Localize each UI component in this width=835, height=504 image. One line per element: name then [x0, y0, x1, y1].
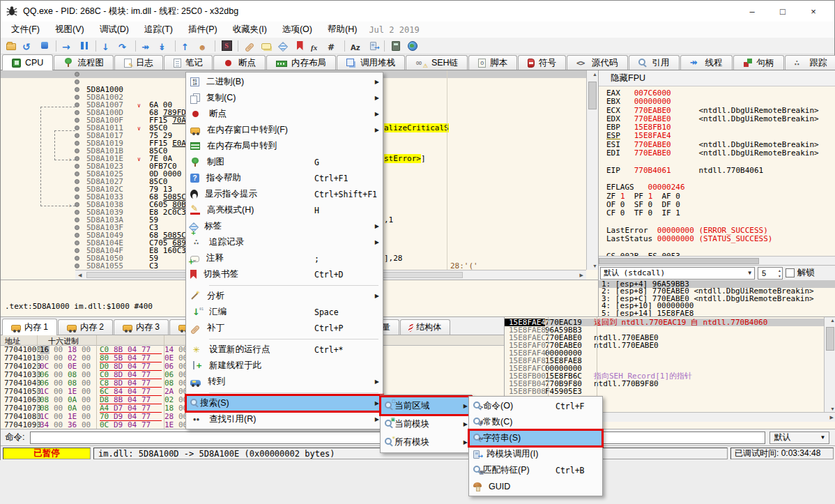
toolbar-button[interactable] — [241, 38, 258, 54]
breakpoint-dot-icon[interactable] — [75, 148, 79, 153]
disasm-vertical-scrollbar[interactable]: ▲ ▼ — [586, 70, 598, 270]
menu-item[interactable]: 字符串(S) — [469, 430, 602, 446]
toolbar-button[interactable] — [116, 38, 132, 54]
toolbar-button[interactable] — [195, 38, 212, 54]
view-tab[interactable]: 笔记 — [164, 55, 213, 70]
menu-item[interactable]: 在内存窗口中转到(F) ▶ — [186, 122, 383, 138]
scroll-down-icon[interactable]: ▼ — [827, 406, 835, 411]
dump-tab[interactable]: 内存 3 — [114, 319, 169, 335]
menu-item[interactable]: 断点 ▶ — [186, 106, 383, 122]
view-tab[interactable]: 流程图 — [54, 55, 114, 70]
view-tab[interactable]: 内存布局 — [266, 55, 336, 70]
breakpoint-dot-icon[interactable] — [75, 118, 79, 123]
breakpoint-dot-icon[interactable] — [75, 125, 79, 130]
scroll-right-icon[interactable]: ▶ — [577, 273, 586, 278]
spinner-arrows-icon[interactable]: ▲▼ — [778, 268, 781, 279]
menu-item[interactable]: 常数(C) — [469, 414, 602, 430]
toolbar-button[interactable] — [20, 38, 36, 54]
menu-item[interactable]: 转到 ▶ — [186, 374, 383, 390]
menu-item[interactable]: 命令(O) Ctrl+F — [469, 398, 602, 414]
breakpoint-dot-icon[interactable] — [75, 95, 79, 100]
view-tab[interactable]: 脚本 — [468, 55, 517, 70]
menu-item[interactable]: 切换书签 Ctrl+D — [186, 266, 383, 282]
dump-tab[interactable]: 内存 2 — [58, 319, 113, 335]
toolbar-button[interactable] — [325, 38, 342, 54]
breakpoint-dot-icon[interactable] — [75, 202, 79, 207]
dump-tab[interactable]: 结构体 — [400, 319, 450, 335]
register-line[interactable]: EBP 15E8FB10 — [606, 123, 833, 132]
register-line[interactable]: CF 0 TF 0 IF 1 — [606, 209, 833, 217]
argument-count-stepper[interactable]: 5▲▼ — [758, 267, 783, 280]
command-mode-select[interactable]: 默认▼ — [769, 432, 829, 444]
breakpoint-dot-icon[interactable] — [75, 210, 79, 215]
scroll-left-icon[interactable]: ◀ — [75, 273, 84, 278]
toolbar-button[interactable] — [291, 38, 308, 54]
menu[interactable]: 插件(P) — [181, 22, 225, 37]
registers-panel[interactable]: 隐藏FPU EAX 007C6000 EBX 00000000 ECX 770E… — [598, 70, 835, 316]
toolbar-button[interactable] — [99, 38, 116, 54]
toolbar-button[interactable] — [258, 38, 275, 54]
view-tab[interactable]: 句柄 — [733, 55, 784, 70]
scroll-right-icon[interactable]: ▶ — [827, 415, 835, 420]
toolbar-button[interactable] — [36, 38, 53, 54]
register-line[interactable]: ESP 15E8FAE4 — [606, 132, 833, 140]
view-tab[interactable]: 引用 — [629, 55, 680, 70]
toolbar-button[interactable] — [76, 38, 93, 54]
register-line[interactable] — [606, 158, 833, 166]
breakpoint-dot-icon[interactable] — [75, 264, 79, 268]
view-tab[interactable]: 断点 — [213, 55, 266, 70]
view-tab[interactable]: 线程 — [680, 55, 733, 70]
menu-item[interactable]: 分析 ▶ — [186, 288, 383, 304]
breakpoint-dot-icon[interactable] — [75, 164, 79, 169]
menu-item[interactable]: GUID — [469, 478, 602, 494]
toolbar-button[interactable] — [3, 38, 20, 54]
view-tab[interactable]: CPU — [2, 54, 53, 70]
toolbar-button[interactable] — [388, 38, 404, 54]
register-line[interactable]: ESI 770EABE0 <ntdll.DbgUiRemoteBreakin> — [606, 141, 833, 149]
register-line[interactable]: EIP 770B4061 ntdll.770B4061 — [606, 167, 833, 175]
menu-item[interactable]: 显示指令提示 Ctrl+Shift+F1 — [186, 186, 383, 202]
menu-item[interactable]: 汇编 Space — [186, 304, 383, 320]
menu[interactable]: 选项(O) — [275, 22, 320, 37]
arguments-panel[interactable]: 1: [esp+4] 96A59BB32: [esp+8] 770EABE0 <… — [599, 280, 835, 316]
register-line[interactable]: EDX 770EABE0 <ntdll.DbgUiRemoteBreakin> — [606, 115, 833, 123]
breakpoint-dot-icon[interactable] — [75, 141, 79, 146]
menu[interactable]: 追踪(T) — [137, 22, 181, 37]
toolbar-button[interactable] — [275, 38, 291, 54]
breakpoint-dot-icon[interactable] — [75, 256, 79, 261]
breakpoint-dot-icon[interactable] — [75, 240, 79, 245]
breakpoint-dot-icon[interactable] — [75, 87, 79, 92]
toolbar-button[interactable] — [139, 38, 155, 54]
view-tab[interactable]: 调用堆栈 — [337, 55, 405, 70]
breakpoint-dot-icon[interactable] — [75, 217, 79, 222]
scrollbar-thumb[interactable] — [588, 82, 597, 109]
register-line[interactable]: EFLAGS 00000246 — [606, 183, 833, 192]
register-line[interactable]: LastError 00000000 (ERROR_SUCCESS) — [606, 227, 833, 235]
menu-item[interactable]: 指令帮助 Ctrl+F1 — [186, 170, 383, 186]
menu-item[interactable]: 追踪记录 ▶ — [186, 234, 383, 250]
breakpoint-dot-icon[interactable] — [75, 187, 79, 192]
register-line[interactable]: OF 0 SF 0 DF 0 — [606, 201, 833, 209]
menu-item[interactable] — [186, 282, 383, 288]
register-line[interactable] — [606, 217, 833, 226]
menu-item[interactable]: 二进制(B) ▶ — [186, 74, 383, 90]
toolbar-button[interactable] — [404, 38, 421, 54]
view-tab[interactable]: SEH链 — [406, 55, 468, 70]
register-line[interactable]: EDI 770EABE0 <ntdll.DbgUiRemoteBreakin> — [606, 149, 833, 158]
menu-item[interactable]: 所有模块 ▶ — [381, 433, 471, 451]
toolbar-button[interactable] — [365, 38, 381, 54]
menu[interactable]: 视图(V) — [47, 22, 92, 37]
toolbar-button[interactable] — [178, 38, 195, 54]
breakpoint-dot-icon[interactable] — [75, 179, 79, 184]
view-tab[interactable]: 跟踪 — [785, 55, 835, 70]
stack-vertical-scrollbar[interactable]: ▲ ▼ — [824, 317, 835, 412]
scrollbar-thumb[interactable] — [826, 327, 834, 351]
registers-horizontal-scrollbar[interactable] — [599, 256, 835, 265]
menu-item[interactable]: 跨模块调用(I) — [469, 446, 602, 462]
menu-item[interactable]: 搜索(S) ▶ — [186, 395, 383, 411]
breakpoint-dot-icon[interactable] — [75, 133, 79, 138]
hide-fpu-button[interactable]: 隐藏FPU — [599, 70, 835, 86]
breakpoint-dot-icon[interactable] — [75, 110, 79, 115]
maximize-button[interactable]: □ — [767, 1, 798, 21]
register-line[interactable]: ECX 770EABE0 <ntdll.DbgUiRemoteBreakin> — [606, 107, 833, 115]
